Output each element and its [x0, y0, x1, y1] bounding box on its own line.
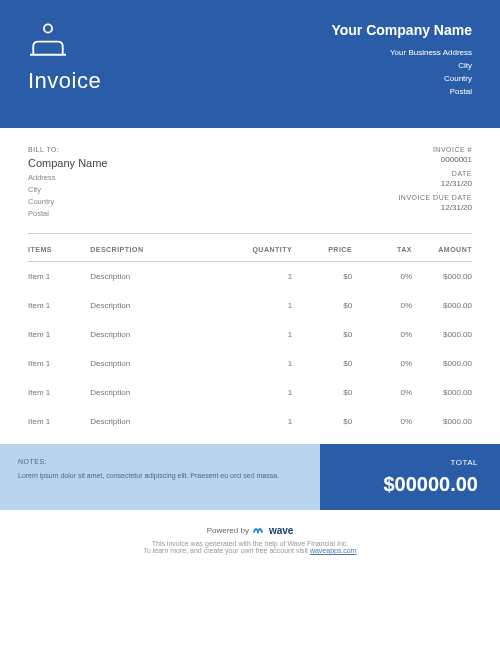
footer: Powered by wave This invoice was generat…	[0, 510, 500, 564]
total-label: TOTAL	[342, 458, 478, 467]
cell-quantity: 1	[232, 291, 292, 320]
footer-line-1: This invoice was generated with the help…	[28, 540, 472, 547]
meta-section: BILL TO: Company Name Address City Count…	[0, 128, 500, 221]
line-items-table: ITEMS DESCRIPTION QUANTITY PRICE TAX AMO…	[0, 234, 500, 436]
cell-item: Item 1	[28, 378, 90, 407]
cell-amount: $000.00	[412, 349, 472, 378]
svg-point-0	[44, 24, 52, 32]
cell-amount: $000.00	[412, 378, 472, 407]
cell-tax: 0%	[352, 320, 412, 349]
table-header-row: ITEMS DESCRIPTION QUANTITY PRICE TAX AMO…	[28, 234, 472, 262]
cell-amount: $000.00	[412, 291, 472, 320]
col-items: ITEMS	[28, 234, 90, 262]
cell-quantity: 1	[232, 349, 292, 378]
header-right: Your Company Name Your Business Address …	[331, 22, 472, 100]
notes-panel: NOTES: Lorem ipsum dolor sit amet, conse…	[0, 444, 320, 510]
bill-to-label: BILL TO:	[28, 146, 107, 153]
invoice-date-label: DATE	[398, 170, 472, 177]
col-price: PRICE	[292, 234, 352, 262]
cell-item: Item 1	[28, 349, 90, 378]
table-row: Item 1Description1$00%$000.00	[28, 291, 472, 320]
notes-label: NOTES:	[18, 458, 302, 465]
bill-to-city: City	[28, 185, 107, 194]
cell-tax: 0%	[352, 262, 412, 292]
wave-logo-icon	[253, 524, 265, 536]
bill-to-country: Country	[28, 197, 107, 206]
cell-description: Description	[90, 378, 232, 407]
invoice-date: 12/31/20	[398, 179, 472, 188]
cell-amount: $000.00	[412, 407, 472, 436]
cell-description: Description	[90, 407, 232, 436]
col-quantity: QUANTITY	[232, 234, 292, 262]
powered-by-row: Powered by wave	[28, 524, 472, 536]
company-country: Country	[331, 74, 472, 83]
table-row: Item 1Description1$00%$000.00	[28, 262, 472, 292]
cell-item: Item 1	[28, 291, 90, 320]
invoice-number: 0000001	[398, 155, 472, 164]
cell-description: Description	[90, 262, 232, 292]
cell-amount: $000.00	[412, 320, 472, 349]
cell-tax: 0%	[352, 291, 412, 320]
cell-price: $0	[292, 407, 352, 436]
table-row: Item 1Description1$00%$000.00	[28, 407, 472, 436]
header-left: Invoice	[28, 22, 101, 100]
col-tax: TAX	[352, 234, 412, 262]
bill-to-company: Company Name	[28, 157, 107, 169]
company-postal: Postal	[331, 87, 472, 96]
document-title: Invoice	[28, 68, 101, 94]
col-amount: AMOUNT	[412, 234, 472, 262]
bill-to-address: Address	[28, 173, 107, 182]
cell-item: Item 1	[28, 320, 90, 349]
invoice-meta-block: INVOICE # 0000001 DATE 12/31/20 INVOICE …	[398, 146, 472, 221]
wave-brand: wave	[269, 525, 293, 536]
cell-amount: $000.00	[412, 262, 472, 292]
cell-quantity: 1	[232, 262, 292, 292]
cell-price: $0	[292, 320, 352, 349]
cell-quantity: 1	[232, 407, 292, 436]
cell-price: $0	[292, 378, 352, 407]
cell-quantity: 1	[232, 378, 292, 407]
bill-to-block: BILL TO: Company Name Address City Count…	[28, 146, 107, 221]
invoice-header: Invoice Your Company Name Your Business …	[0, 0, 500, 128]
cell-description: Description	[90, 349, 232, 378]
table-row: Item 1Description1$00%$000.00	[28, 349, 472, 378]
col-description: DESCRIPTION	[90, 234, 232, 262]
footer-line-2: To learn more, and create your own free …	[28, 547, 472, 554]
cell-tax: 0%	[352, 407, 412, 436]
person-desk-icon	[28, 22, 101, 60]
table-row: Item 1Description1$00%$000.00	[28, 320, 472, 349]
table-row: Item 1Description1$00%$000.00	[28, 378, 472, 407]
cell-tax: 0%	[352, 349, 412, 378]
footer-line-2-text: To learn more, and create your own free …	[143, 547, 310, 554]
cell-price: $0	[292, 262, 352, 292]
cell-price: $0	[292, 349, 352, 378]
invoice-due-date: 12/31/20	[398, 203, 472, 212]
powered-by-text: Powered by	[207, 526, 249, 535]
cell-tax: 0%	[352, 378, 412, 407]
bill-to-postal: Postal	[28, 209, 107, 218]
cell-price: $0	[292, 291, 352, 320]
cell-item: Item 1	[28, 262, 90, 292]
company-address: Your Business Address	[331, 48, 472, 57]
your-company-name: Your Company Name	[331, 22, 472, 38]
meta-divider	[28, 221, 472, 234]
cell-quantity: 1	[232, 320, 292, 349]
cell-item: Item 1	[28, 407, 90, 436]
total-amount: $00000.00	[342, 473, 478, 496]
invoice-number-label: INVOICE #	[398, 146, 472, 153]
company-city: City	[331, 61, 472, 70]
notes-text: Lorem ipsum dolor sit amet, consectetur …	[18, 471, 302, 482]
footer-link[interactable]: waveapps.com	[310, 547, 357, 554]
cell-description: Description	[90, 320, 232, 349]
total-panel: TOTAL $00000.00	[320, 444, 500, 510]
cell-description: Description	[90, 291, 232, 320]
invoice-due-label: INVOICE DUE DATE	[398, 194, 472, 201]
notes-total-section: NOTES: Lorem ipsum dolor sit amet, conse…	[0, 444, 500, 510]
